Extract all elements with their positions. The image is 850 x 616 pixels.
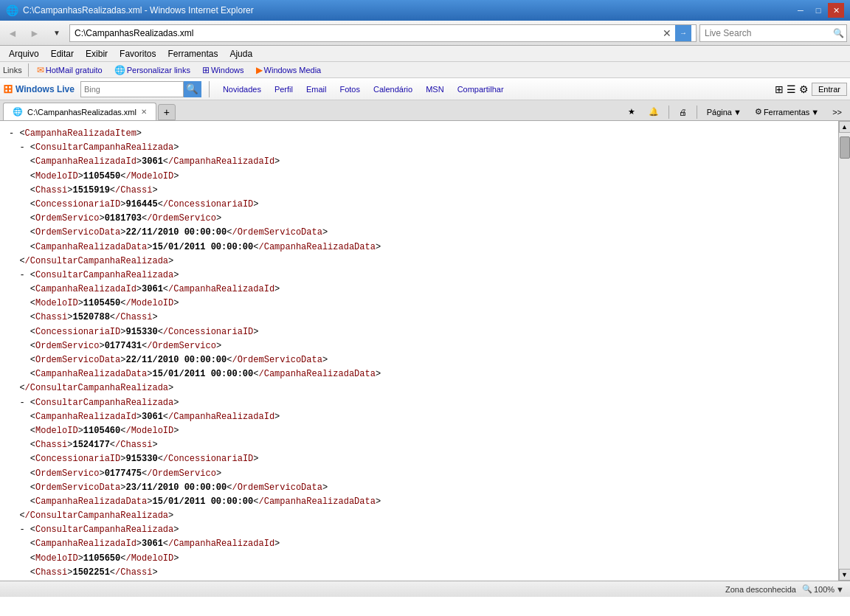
scroll-down-button[interactable]: ▼ <box>839 569 851 581</box>
nav-bar: ◄ ► ▼ ✕ → 🔍 <box>0 21 850 46</box>
media-icon: ▶ <box>256 65 263 75</box>
xml-line: </ConsultarCampanhaRealizada> <box>9 509 829 523</box>
minimize-button[interactable]: ─ <box>792 3 809 18</box>
link-windows[interactable]: ⊞ Windows <box>197 63 249 77</box>
ie-icon: 🌐 <box>114 65 125 75</box>
live-nav: Novidades Perfil Email Fotos Calendário … <box>217 83 510 95</box>
search-input[interactable] <box>700 28 830 38</box>
menu-favoritos[interactable]: Favoritos <box>114 47 162 60</box>
pagina-button[interactable]: Página ▼ <box>702 105 747 119</box>
xml-line: <ModeloID>1105460</ModeloID> <box>9 424 829 438</box>
xml-line: <CampanhaRealizadaData>15/01/2011 00:00:… <box>9 495 829 509</box>
links-label: Links <box>3 66 22 75</box>
gear-icon: ⚙ <box>755 107 762 117</box>
scroll-up-button[interactable]: ▲ <box>839 121 851 133</box>
search-bar: 🔍 <box>699 24 847 42</box>
link-windows-media[interactable]: ▶ Windows Media <box>251 63 327 77</box>
xml-line: <ConcessionariaID>915330</Concessionaria… <box>9 325 829 339</box>
link-hotmail[interactable]: ✉ HotMail gratuito <box>32 63 108 77</box>
dropdown-button[interactable]: ▼ <box>47 24 66 42</box>
xml-line: <ConcessionariaID>915330</Concessionaria… <box>9 452 829 466</box>
menu-editar[interactable]: Editar <box>45 47 80 60</box>
xml-line: <CampanhaRealizadaData>15/01/2011 00:00:… <box>9 367 829 381</box>
content-area: - <CampanhaRealizadaItem> - <ConsultarCa… <box>0 121 850 581</box>
nav-email[interactable]: Email <box>300 83 333 95</box>
xml-line: <OrdemServicoData>22/11/2010 00:00:00</O… <box>9 353 829 367</box>
xml-line: <ModeloID>1105650</ModeloID> <box>9 552 829 566</box>
live-icon-3[interactable]: ⚙ <box>799 83 809 95</box>
menu-bar: Arquivo Editar Exibir Favoritos Ferramen… <box>0 46 850 62</box>
close-button[interactable]: ✕ <box>828 3 844 18</box>
search-button[interactable]: 🔍 <box>830 28 846 38</box>
xml-line: <Chassi>1502251</Chassi> <box>9 566 829 580</box>
menu-exibir[interactable]: Exibir <box>80 47 114 60</box>
xml-line: </ConsultarCampanhaRealizada> <box>9 255 829 269</box>
xml-line: <ConcessionariaID>916445</Concessionaria… <box>9 198 829 212</box>
entrar-button[interactable]: Entrar <box>812 83 847 96</box>
menu-ferramentas[interactable]: Ferramentas <box>162 47 224 60</box>
hotmail-icon: ✉ <box>37 65 44 75</box>
xml-line: <ModeloID>1105450</ModeloID> <box>9 170 829 184</box>
nav-compartilhar[interactable]: Compartilhar <box>452 83 510 95</box>
live-separator-1 <box>209 81 210 97</box>
title-bar: 🌐 C:\CampanhasRealizadas.xml - Windows I… <box>0 0 850 21</box>
print-button[interactable]: 🖨 <box>674 105 692 119</box>
address-input[interactable] <box>75 28 659 38</box>
xml-line: </ConsultarCampanhaRealizada> <box>9 381 829 395</box>
zoom-chevron: ▼ <box>836 585 844 594</box>
bing-input[interactable] <box>80 81 184 97</box>
menu-ajuda[interactable]: Ajuda <box>224 47 258 60</box>
xml-line: <Chassi>1524177</Chassi> <box>9 438 829 452</box>
rss-button[interactable]: 🔔 <box>643 105 664 119</box>
scroll-thumb[interactable] <box>840 136 850 159</box>
nav-fotos[interactable]: Fotos <box>334 83 366 95</box>
windows-flag-icon: ⊞ <box>3 82 13 96</box>
xml-line: <Chassi>1520788</Chassi> <box>9 311 829 325</box>
forward-button[interactable]: ► <box>25 24 44 42</box>
maximize-button[interactable]: □ <box>810 3 826 18</box>
live-icon-1[interactable]: ⊞ <box>775 83 784 95</box>
bing-search-button[interactable]: 🔍 <box>184 81 201 97</box>
xml-line: <CampanhaRealizadaId>3061</CampanhaReali… <box>9 283 829 297</box>
favorites-button[interactable]: ★ <box>623 105 640 119</box>
xml-line: <OrdemServicoData>23/11/2010 00:00:00</O… <box>9 481 829 495</box>
back-button[interactable]: ◄ <box>3 24 22 42</box>
zoom-level: 100% <box>814 585 835 594</box>
ferramentas-chevron: ▼ <box>811 108 819 117</box>
tab-favicon: 🌐 <box>13 107 23 117</box>
xml-line: <OrdemServico>0177431</OrdemServico> <box>9 339 829 353</box>
tab-close-button[interactable]: ✕ <box>141 108 147 116</box>
add-tab-button[interactable]: + <box>158 104 176 120</box>
xml-line: - <ConsultarCampanhaRealizada> <box>9 396 829 410</box>
ferramentas-button[interactable]: ⚙ Ferramentas ▼ <box>750 105 824 119</box>
nav-calendario[interactable]: Calendário <box>367 83 418 95</box>
live-right: ⊞ ☰ ⚙ Entrar <box>775 83 847 96</box>
windows-icon: ⊞ <box>202 65 210 75</box>
scroll-track[interactable] <box>839 133 850 569</box>
xml-line: <OrdemServicoData>22/11/2010 00:00:00</O… <box>9 226 829 240</box>
active-tab[interactable]: 🌐 C:\CampanhasRealizadas.xml ✕ <box>3 103 156 120</box>
nav-perfil[interactable]: Perfil <box>269 83 299 95</box>
scrollbar[interactable]: ▲ ▼ <box>838 121 850 581</box>
status-bar: Zona desconhecida 🔍 100% ▼ <box>0 581 850 597</box>
menu-arquivo[interactable]: Arquivo <box>3 47 45 60</box>
xml-line: <CampanhaRealizadaId>3061</CampanhaReali… <box>9 410 829 424</box>
nav-novidades[interactable]: Novidades <box>217 83 267 95</box>
xml-line: <CampanhaRealizadaData>15/01/2011 00:00:… <box>9 240 829 255</box>
expand-button[interactable]: >> <box>827 105 847 119</box>
tab-title: C:\CampanhasRealizadas.xml <box>27 108 137 117</box>
live-icon-2[interactable]: ☰ <box>787 83 796 95</box>
stop-refresh-button[interactable]: ✕ <box>659 27 675 39</box>
xml-line: <ConcessionariaID>916445</Concessionaria… <box>9 580 829 581</box>
address-bar: ✕ → <box>69 24 697 42</box>
xml-line: - <ConsultarCampanhaRealizada> <box>9 141 829 155</box>
link-personalizar[interactable]: 🌐 Personalizar links <box>109 63 196 77</box>
window-title: C:\CampanhasRealizadas.xml - Windows Int… <box>23 5 254 15</box>
zone-label: Zona desconhecida <box>725 585 796 594</box>
xml-viewer[interactable]: - <CampanhaRealizadaItem> - <ConsultarCa… <box>0 121 838 581</box>
nav-msn[interactable]: MSN <box>420 83 449 95</box>
xml-line: <Chassi>1515919</Chassi> <box>9 184 829 198</box>
xml-line: - <ConsultarCampanhaRealizada> <box>9 269 829 283</box>
go-button[interactable]: → <box>675 25 691 41</box>
pagina-chevron: ▼ <box>733 108 742 117</box>
